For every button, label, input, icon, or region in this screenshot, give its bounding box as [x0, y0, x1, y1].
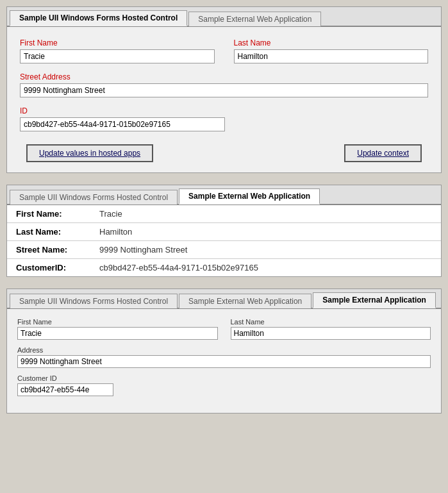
table-row: Street Name: 9999 Nottingham Street: [7, 241, 441, 259]
update-hosted-button[interactable]: Update values in hosted apps: [26, 144, 153, 162]
panel3-address-label: Address: [17, 346, 431, 354]
panel1-tab-uii[interactable]: Sample UII Windows Forms Hosted Control: [10, 10, 187, 26]
panel1-street-input[interactable]: [20, 83, 428, 97]
table-row: First Name: Tracie: [7, 205, 441, 223]
panel2-data-table: First Name: Tracie Last Name: Hamilton S…: [7, 205, 441, 276]
panel3-tab-strip: Sample UII Windows Forms Hosted Control …: [7, 289, 441, 309]
panel3-tab-external-web[interactable]: Sample External Web Application: [179, 294, 311, 308]
row4-label: CustomerID:: [7, 259, 90, 277]
panel3-first-name-field: First Name: [17, 318, 218, 340]
row3-value: 9999 Nottingham Street: [90, 241, 441, 259]
panel3-customerid-input[interactable]: [17, 383, 113, 396]
panel1-id-input[interactable]: [20, 117, 225, 131]
panel1-id-label: ID: [20, 106, 428, 115]
panel2-tab-strip: Sample UII Windows Forms Hosted Control …: [7, 185, 441, 205]
panel3-customerid-row: Customer ID: [17, 374, 431, 396]
update-context-button[interactable]: Update context: [344, 144, 422, 162]
row1-value: Tracie: [90, 205, 441, 223]
panel3-content: First Name Last Name Address Customer ID: [7, 309, 441, 413]
panel3-last-name-field: Last Name: [231, 318, 431, 340]
panel3-first-name-label: First Name: [17, 318, 218, 326]
panel1-last-name-label: Last Name: [234, 38, 429, 47]
panel2-tab-uii[interactable]: Sample UII Windows Forms Hosted Control: [10, 190, 178, 205]
panel1-last-name-field: Last Name: [234, 38, 429, 63]
panel3-last-name-input[interactable]: [231, 327, 431, 340]
panel3-last-name-label: Last Name: [231, 318, 431, 326]
panel1-name-row: First Name Last Name: [20, 38, 428, 63]
table-row: Last Name: Hamilton: [7, 223, 441, 241]
row1-label: First Name:: [7, 205, 90, 223]
row4-value: cb9bd427-eb55-44a4-9171-015b02e97165: [90, 259, 441, 277]
panel1-first-name-input[interactable]: [20, 49, 215, 63]
table-row: CustomerID: cb9bd427-eb55-44a4-9171-015b…: [7, 259, 441, 277]
panel3-customerid-field: Customer ID: [17, 374, 431, 396]
panel1-tab-external-web[interactable]: Sample External Web Application: [188, 12, 321, 26]
panel3-address-input[interactable]: [17, 355, 431, 368]
panel3-address-row: Address: [17, 346, 431, 368]
panel1-content: First Name Last Name Street Address ID U…: [7, 27, 441, 172]
panel-1: Sample UII Windows Forms Hosted Control …: [6, 6, 442, 173]
row2-label: Last Name:: [7, 223, 90, 241]
panel3-name-row: First Name Last Name: [17, 318, 431, 340]
panel-2: Sample UII Windows Forms Hosted Control …: [6, 185, 442, 277]
row2-value: Hamilton: [90, 223, 441, 241]
panel3-first-name-input[interactable]: [17, 327, 218, 340]
panel1-street-field: Street Address: [20, 72, 428, 97]
row3-label: Street Name:: [7, 241, 90, 259]
panel1-tab-strip: Sample UII Windows Forms Hosted Control …: [7, 7, 441, 27]
panel3-customerid-label: Customer ID: [17, 374, 431, 382]
panel1-button-row: Update values in hosted apps Update cont…: [20, 144, 428, 162]
panel1-street-label: Street Address: [20, 72, 428, 81]
panel1-first-name-label: First Name: [20, 38, 215, 47]
panel3-tab-external-app[interactable]: Sample External Application: [313, 292, 436, 308]
panel1-street-row: Street Address: [20, 72, 428, 97]
panel1-last-name-input[interactable]: [234, 49, 429, 63]
panel1-id-field: ID: [20, 106, 428, 131]
panel2-tab-external-web[interactable]: Sample External Web Application: [179, 188, 320, 205]
panel3-address-field: Address: [17, 346, 431, 368]
panel1-first-name-field: First Name: [20, 38, 215, 63]
panel-3: Sample UII Windows Forms Hosted Control …: [6, 288, 442, 414]
panel2-content: First Name: Tracie Last Name: Hamilton S…: [7, 205, 441, 276]
panel3-tab-uii[interactable]: Sample UII Windows Forms Hosted Control: [10, 294, 178, 308]
panel1-id-row: ID: [20, 106, 428, 131]
